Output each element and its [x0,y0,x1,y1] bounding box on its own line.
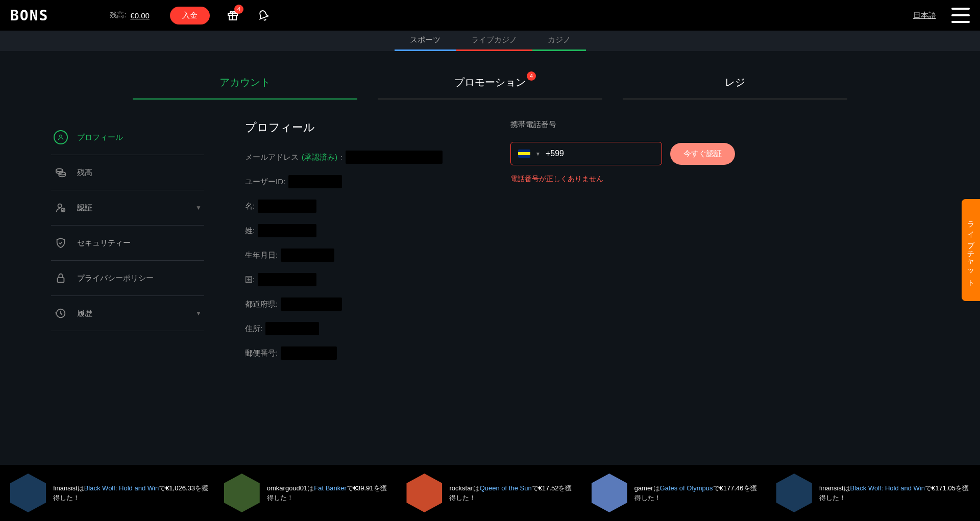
menu-button[interactable] [951,8,970,23]
ticker-item[interactable]: finansistはBlack Wolf: Hold and Winで€1,02… [10,474,209,512]
phone-input[interactable] [546,149,654,158]
field-userid: ユーザーID: [245,175,470,188]
sidebar-label: プライバシーポリシー [77,274,154,283]
account-tabs: アカウント プロモーション 4 レジ [0,51,980,100]
sidebar-item-balance[interactable]: 残高 [51,155,204,190]
game-thumbnail [406,474,442,512]
coins-icon [54,165,68,180]
bell-icon [258,10,269,21]
gift-badge: 4 [234,5,243,14]
livechat-button[interactable]: ライブチャット [962,199,980,301]
sidebar-label: セキュリティー [77,238,131,248]
nav-live-casino[interactable]: ライブカジノ [456,31,532,51]
promotion-badge: 4 [527,71,536,81]
logo[interactable]: BONS [10,7,48,24]
tab-promotion[interactable]: プロモーション 4 [378,66,602,100]
sidebar-item-security[interactable]: セキュリティー [51,226,204,261]
phone-section: 携帯電話番号 ▼ 今すぐ認証 電話番号が正しくありません [510,120,735,371]
svg-rect-8 [58,278,64,282]
sidebar-label: 履歴 [77,309,92,318]
header: BONS 残高: €0.00 入金 4 日本語 [0,0,980,31]
notification-button[interactable] [256,8,271,23]
phone-label: 携帯電話番号 [510,120,735,130]
sidebar-item-history[interactable]: 履歴 ▼ [51,296,204,331]
firstname-value [258,200,316,213]
country-value [258,273,316,286]
gift-button[interactable]: 4 [225,8,240,23]
field-firstname: 名: [245,200,470,213]
tab-account[interactable]: アカウント [133,66,357,100]
game-thumbnail [776,474,812,512]
chevron-down-icon: ▼ [195,310,202,317]
chevron-down-icon: ▼ [535,151,541,157]
balance-label: 残高: [110,11,126,20]
ticker-item[interactable]: omkargoud01はFat Bankerで€39.91を獲得した！ [224,474,391,512]
field-country: 国: [245,273,470,286]
sidebar: プロフィール 残高 認証 ▼ セキュリティー プライバシーポリシー 履歴 ▼ [51,120,204,371]
profile-title: プロフィール [245,120,470,135]
game-thumbnail [592,474,627,512]
balance-value: €0.00 [130,11,150,20]
deposit-button[interactable]: 入金 [170,7,210,24]
sidebar-label: 認証 [77,203,92,213]
email-value [346,151,443,164]
ticker-item[interactable]: gamerはGates of Olympusで€177.46を獲得した！ [592,474,761,512]
verified-badge: (承認済み) [302,153,337,162]
postal-value [281,346,337,360]
field-postal: 郵便番号: [245,346,470,360]
state-value [281,297,342,311]
sidebar-item-privacy[interactable]: プライバシーポリシー [51,261,204,296]
address-value [265,322,319,335]
field-state: 都道府県: [245,297,470,311]
userid-value [288,175,342,188]
sidebar-item-profile[interactable]: プロフィール [51,120,204,155]
phone-error: 電話番号が正しくありません [510,175,735,184]
ticker-item[interactable]: finansistはBlack Wolf: Hold and Winで€171.… [776,474,970,512]
sidebar-label: プロフィール [77,133,123,142]
lastname-value [258,224,316,237]
user-icon [54,130,68,144]
svg-point-6 [58,204,62,208]
balance-display[interactable]: 残高: €0.00 [110,11,149,20]
profile-section: プロフィール メールアドレス (承認済み): ユーザーID: 名: 姓: 生年月… [245,120,470,371]
sidebar-label: 残高 [77,168,92,178]
verify-button[interactable]: 今すぐ認証 [670,143,735,165]
history-icon [54,306,68,320]
dob-value [281,249,334,262]
tab-promotion-label: プロモーション [454,77,526,88]
flag-icon[interactable] [518,150,530,158]
shield-icon [54,236,68,250]
nav-sports[interactable]: スポーツ [395,31,456,51]
field-lastname: 姓: [245,224,470,237]
content-area: プロフィール 残高 認証 ▼ セキュリティー プライバシーポリシー 履歴 ▼ プ… [0,100,980,371]
ticker-item[interactable]: rockstarはQueen of the Sunで€17.52を獲得した！ [406,474,576,512]
game-thumbnail [224,474,260,512]
chevron-down-icon: ▼ [195,204,202,211]
svg-point-4 [56,169,63,172]
game-thumbnail [10,474,46,512]
nav-casino[interactable]: カジノ [532,31,586,51]
field-address: 住所: [245,322,470,335]
phone-input-wrapper[interactable]: ▼ [510,142,662,165]
winner-ticker: finansistはBlack Wolf: Hold and Winで€1,02… [0,465,980,521]
verify-icon [54,201,68,215]
lock-icon [54,271,68,285]
svg-point-3 [60,135,62,137]
sidebar-item-verification[interactable]: 認証 ▼ [51,190,204,226]
tab-cashier[interactable]: レジ [623,66,847,100]
category-nav: スポーツ ライブカジノ カジノ [0,31,980,51]
language-selector[interactable]: 日本語 [913,11,936,20]
field-email: メールアドレス (承認済み): [245,151,470,164]
field-dob: 生年月日: [245,249,470,262]
